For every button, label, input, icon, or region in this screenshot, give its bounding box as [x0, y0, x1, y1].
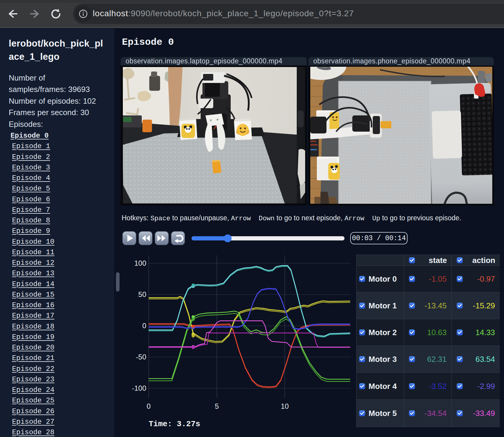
svg-text:100: 100 [134, 259, 146, 267]
svg-text:0: 0 [142, 322, 146, 330]
svg-text:10: 10 [281, 402, 289, 410]
svg-text:-50: -50 [136, 353, 146, 361]
svg-text:-100: -100 [132, 384, 146, 392]
svg-text:50: 50 [138, 290, 146, 298]
svg-text:Time: 3.27s: Time: 3.27s [149, 420, 200, 429]
svg-text:5: 5 [215, 402, 219, 410]
svg-text:0: 0 [147, 402, 150, 410]
